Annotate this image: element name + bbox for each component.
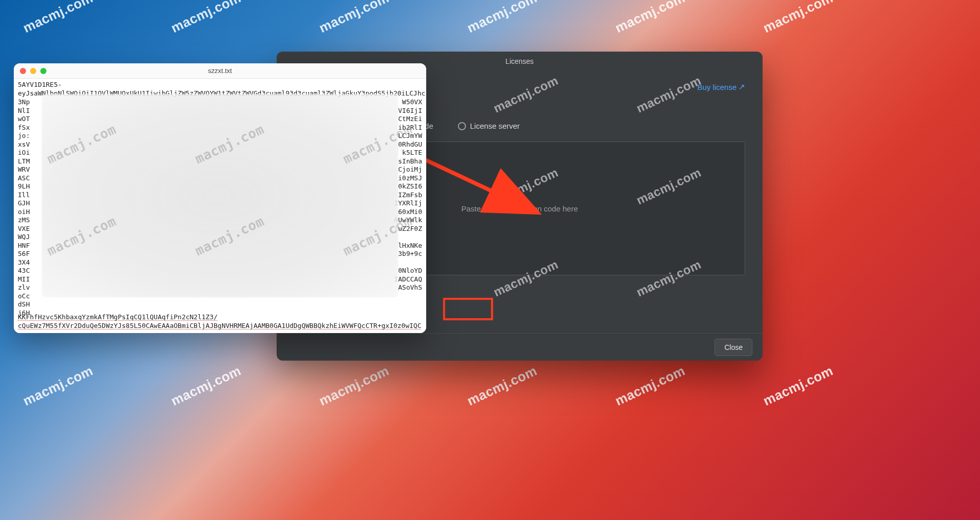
text-content[interactable]: 5AYV1D1RE5- eyJsaWNlbnNlSWQiOiI1QVlWMUQx… <box>14 79 426 333</box>
close-button-label: Close <box>724 343 743 351</box>
watermark: macmj.com <box>464 363 540 409</box>
maximize-window-icon[interactable] <box>40 68 46 74</box>
license-server-radio[interactable]: License server <box>458 122 520 130</box>
window-title: szzxt.txt <box>14 67 426 75</box>
minimize-window-icon[interactable] <box>30 68 36 74</box>
watermark: macmj.com <box>612 363 688 409</box>
radio-icon <box>458 122 466 130</box>
buy-license-label: Buy license <box>697 83 737 91</box>
activation-code-placeholder: Paste or drop activation code here <box>461 204 578 213</box>
code-right-fragments: W50VX VI6IjI CtMzEi ib2RlI LCJmYW 0RhdGU… <box>394 98 422 292</box>
buy-license-link[interactable]: Buy license ↗ <box>697 82 745 91</box>
code-left-fragments: 3Np NlI wOT fSx jo: xsV iOi LTM WRV ASC … <box>18 98 30 317</box>
watermark: macmj.com <box>20 0 95 36</box>
dialog-title-text: Licenses <box>505 57 533 65</box>
watermark: macmj.com <box>464 0 540 36</box>
traffic-lights <box>20 68 46 74</box>
close-window-icon[interactable] <box>20 68 26 74</box>
watermark: macmj.com <box>20 363 95 409</box>
close-button[interactable]: Close <box>715 339 752 356</box>
blurred-region <box>42 94 398 297</box>
watermark: macmj.com <box>168 363 243 409</box>
license-server-label: License server <box>470 122 520 130</box>
external-link-icon: ↗ <box>739 82 745 91</box>
titlebar[interactable]: szzxt.txt <box>14 63 426 79</box>
watermark: macmj.com <box>761 0 836 36</box>
watermark: macmj.com <box>761 363 836 409</box>
watermark: macmj.com <box>316 0 391 36</box>
code-bottom-lines: KKFhfHzvc5KhbaxqYzmkAfTMgPsIqCQ1lQUAqfiP… <box>18 313 422 330</box>
watermark: macmj.com <box>612 0 688 36</box>
watermark: macmj.com <box>168 0 243 36</box>
dialog-footer: Close <box>277 333 763 361</box>
watermark: macmj.com <box>316 363 391 409</box>
text-editor-window: szzxt.txt 5AYV1D1RE5- eyJsaWNlbnNlSWQiOi… <box>14 63 426 333</box>
